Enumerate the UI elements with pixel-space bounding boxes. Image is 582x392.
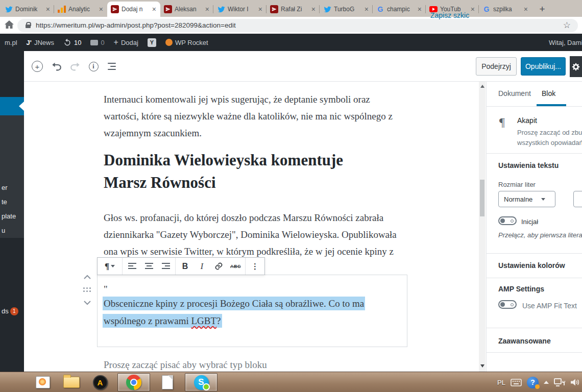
dropcap-toggle[interactable] [498, 216, 517, 225]
paragraph-line[interactable]: dziennikarka "Gazety Wyborczej", Dominik… [104, 226, 397, 243]
greeting-text[interactable]: Witaj, Dami [549, 39, 582, 46]
menu-item-fragment[interactable]: plate [2, 212, 16, 220]
jnews-menu-item[interactable]: J' JNews [22, 34, 59, 51]
system-tray: PL ? [497, 372, 580, 392]
new-tab-button[interactable]: + [535, 2, 549, 16]
selected-text-line[interactable]: Obsceniczne kpiny z procesji Bożego Ciał… [103, 295, 365, 312]
ellipsis-icon: ⋮ [251, 262, 259, 271]
tab-close-button[interactable]: × [470, 6, 475, 13]
paragraph-line[interactable]: wzajemnym szacunkiem. [104, 125, 202, 141]
tab-close-button[interactable]: × [311, 6, 316, 13]
scrollbar-thumb[interactable] [480, 180, 484, 216]
add-new-item[interactable]: + Dodaj [109, 34, 143, 51]
volume-icon[interactable] [570, 378, 580, 386]
scroll-down-arrow[interactable] [480, 364, 484, 368]
block-drag-handle[interactable] [82, 285, 93, 295]
show-hidden-icons-button[interactable] [544, 381, 549, 384]
tab-close-button[interactable]: × [205, 6, 210, 13]
preview-button[interactable]: Podejrzyj [476, 57, 517, 76]
aimp-taskbar-button[interactable]: A [89, 373, 111, 391]
browser-tab[interactable]: Dominik× [1, 2, 54, 17]
bold-button[interactable]: B [177, 258, 193, 275]
menu-item-fragment[interactable]: u [2, 227, 5, 234]
menu-item-fragment[interactable]: er [2, 184, 8, 191]
paragraph-line[interactable]: Internauci komentowali jej wpis sugerują… [104, 91, 370, 108]
bookmark-star-icon[interactable]: ☆ [563, 20, 571, 31]
amp-fit-text-toggle[interactable] [498, 300, 517, 309]
skype-taskbar-button[interactable]: S [185, 373, 217, 391]
change-block-type-button[interactable]: ¶ [99, 258, 121, 275]
selected-text-line[interactable]: wspólnego z prawami LGBT? [103, 312, 222, 329]
content-structure-button[interactable]: i [84, 51, 103, 82]
heading-line[interactable]: Marsz Równości [104, 174, 216, 192]
tab-close-button[interactable]: × [364, 6, 369, 13]
language-indicator[interactable]: PL [497, 379, 505, 386]
heading-line[interactable]: Dominika Wielowieyska komentuje [104, 151, 343, 169]
menu-item-fragment-with-badge[interactable]: ds1 [2, 307, 18, 315]
font-size-select[interactable]: Normalne [498, 191, 555, 207]
tab-document[interactable]: Dokument [498, 89, 531, 97]
tab-block[interactable]: Blok [542, 89, 555, 97]
explorer-taskbar-button[interactable] [60, 373, 83, 391]
network-icon[interactable] [554, 378, 565, 387]
editor-scrollbar[interactable] [479, 82, 486, 372]
yoast-item[interactable]: Y [143, 34, 161, 51]
browser-tab[interactable]: TurboG× [320, 2, 373, 17]
chrome-taskbar-button[interactable] [117, 373, 150, 391]
browser-tab[interactable]: Gchampic× [373, 2, 426, 17]
tab-close-button[interactable]: × [258, 6, 263, 13]
admin-menu-active-item[interactable] [0, 97, 24, 115]
move-block-down-button[interactable] [82, 298, 93, 308]
paragraph-line[interactable]: wartości, które są niezwykle ważne dla k… [104, 108, 393, 125]
move-block-up-button[interactable] [82, 272, 93, 282]
align-right-button[interactable] [157, 258, 174, 275]
help-tray-icon[interactable]: ? [527, 377, 539, 388]
browser-tab[interactable]: Aleksan× [160, 2, 213, 17]
menu-item-fragment[interactable]: te [2, 198, 7, 206]
color-settings-header[interactable]: Ustawienia kolorów [498, 261, 565, 270]
block-inserter-button[interactable]: + [28, 51, 46, 82]
site-name-item[interactable]: m.pl [0, 34, 22, 51]
tab-close-button[interactable]: × [417, 6, 422, 13]
undo-button[interactable] [47, 51, 66, 82]
wp-rocket-item[interactable]: WP Rocket [161, 34, 213, 51]
home-icon[interactable] [4, 20, 14, 31]
align-center-button[interactable] [140, 258, 157, 275]
align-left-icon [128, 263, 136, 270]
publish-button[interactable]: Opublikuj... [521, 57, 566, 76]
paragraph-line[interactable]: Głos ws. profanacji, do której doszło po… [104, 209, 383, 226]
tab-close-button[interactable]: × [45, 6, 51, 13]
notepad-taskbar-button[interactable] [156, 373, 179, 391]
italic-button[interactable]: I [193, 258, 210, 275]
updates-item[interactable]: 10 [59, 34, 86, 51]
scroll-up-arrow[interactable] [480, 85, 484, 88]
block-description-line: wszystkich opowiadań. [517, 139, 582, 146]
browser-tab[interactable]: Rafał Zi× [266, 2, 320, 17]
advanced-header[interactable]: Zaawansowane [498, 337, 551, 345]
text-settings-header[interactable]: Ustawienia tekstu [498, 161, 559, 169]
url-field[interactable]: https://wmeritum.pl/wp-admin/post.php?po… [17, 19, 578, 32]
redo-button[interactable] [66, 51, 84, 82]
link-button[interactable] [210, 258, 227, 275]
more-options-button[interactable]: ⋮ [247, 258, 263, 275]
photo-viewer-taskbar-button[interactable] [32, 373, 54, 391]
tab-close-button[interactable]: × [99, 6, 104, 13]
browser-tab[interactable]: Wiktor I× [213, 2, 266, 17]
save-draft-link[interactable]: Zapisz szkic [430, 11, 469, 19]
keyboard-icon[interactable] [511, 379, 522, 386]
tab-close-button[interactable]: × [152, 6, 157, 13]
font-size-custom-input[interactable] [573, 191, 582, 207]
tab-close-button[interactable]: × [523, 6, 528, 13]
url-text[interactable]: https://wmeritum.pl/wp-admin/post.php?po… [36, 21, 236, 29]
comments-item[interactable]: 0 [86, 34, 109, 51]
amp-settings-header[interactable]: AMP Settings [498, 285, 544, 293]
browser-tab[interactable]: Analytic× [54, 2, 107, 17]
settings-toggle-button[interactable] [570, 56, 582, 77]
block-appender-placeholder[interactable]: Proszę zacząć pisać aby wybrać typ bloku [104, 356, 267, 373]
align-left-button[interactable] [124, 258, 140, 275]
address-bar: https://wmeritum.pl/wp-admin/post.php?po… [0, 17, 582, 34]
strikethrough-button[interactable]: ABC [227, 258, 244, 275]
block-navigation-button[interactable] [103, 51, 121, 82]
browser-tab[interactable]: Gszpilka× [479, 2, 532, 17]
browser-tab[interactable]: Dodaj n× [107, 2, 160, 17]
